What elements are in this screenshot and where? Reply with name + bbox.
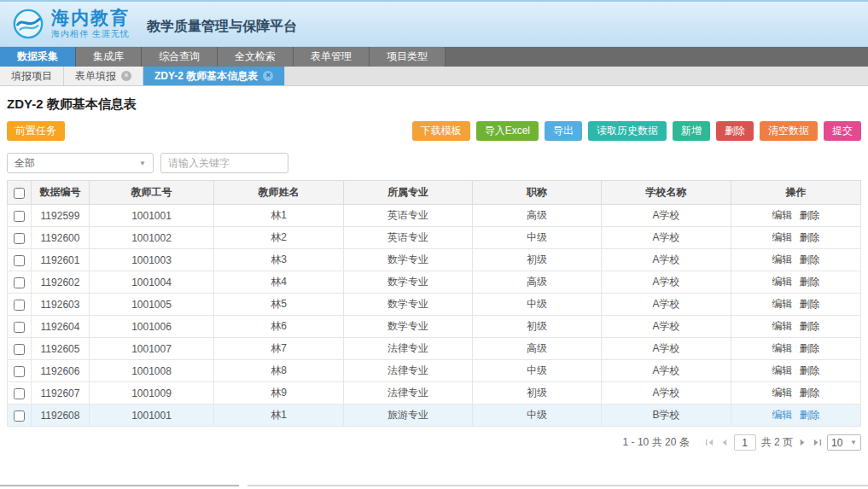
close-icon[interactable]: ×: [121, 71, 131, 81]
table-cell: 高级: [473, 271, 602, 294]
delete-link[interactable]: 删除: [800, 364, 820, 376]
pagination: 1 - 10 共 20 条 共 2 页 10 ▼: [7, 434, 861, 451]
brand-name: 海内教育: [51, 9, 130, 27]
row-checkbox-cell: [8, 316, 32, 338]
table-cell: 1192606: [32, 360, 90, 382]
page-number-input[interactable]: [734, 434, 756, 451]
delete-link[interactable]: 删除: [800, 409, 820, 421]
nav-item-project-type[interactable]: 项目类型: [370, 47, 446, 67]
table-cell: 数学专业: [344, 249, 473, 271]
delete-link[interactable]: 删除: [800, 209, 820, 221]
nav-item-form-management[interactable]: 表单管理: [294, 47, 370, 67]
brand-slogan: 海内相伴 生涯无忧: [51, 28, 130, 40]
read-history-button[interactable]: 读取历史数据: [588, 121, 667, 141]
table-cell: 法律专业: [344, 338, 473, 360]
row-checkbox[interactable]: [14, 366, 25, 377]
table-cell: 高级: [473, 338, 602, 360]
tab-fill-project[interactable]: 填报项目: [0, 67, 64, 85]
row-checkbox[interactable]: [14, 277, 25, 288]
delete-link[interactable]: 删除: [800, 253, 820, 265]
delete-link[interactable]: 删除: [800, 387, 820, 399]
category-select[interactable]: 全部 ▼: [7, 153, 154, 173]
nav-item-fulltext-search[interactable]: 全文检索: [218, 47, 294, 67]
table-cell: 林2: [214, 227, 344, 249]
nav-item-integration-library[interactable]: 集成库: [76, 47, 142, 67]
select-all-checkbox[interactable]: [14, 188, 25, 199]
row-checkbox[interactable]: [14, 410, 25, 422]
edit-link[interactable]: 编辑: [772, 320, 793, 332]
keyword-input[interactable]: [160, 153, 288, 173]
row-checkbox[interactable]: [14, 322, 25, 333]
next-page-icon[interactable]: [798, 438, 807, 447]
column-header: 所属专业: [344, 181, 473, 205]
table-cell: 1192603: [32, 294, 90, 316]
submit-button[interactable]: 提交: [824, 121, 861, 141]
table-cell: 旅游专业: [344, 405, 473, 427]
edit-link[interactable]: 编辑: [772, 387, 793, 399]
delete-button[interactable]: 删除: [716, 121, 754, 141]
table-cell: 高级: [473, 205, 602, 227]
table-cell: A学校: [602, 249, 731, 271]
download-template-button[interactable]: 下载模板: [412, 121, 470, 141]
import-excel-button[interactable]: 导入Excel: [476, 121, 539, 141]
edit-link[interactable]: 编辑: [772, 298, 793, 310]
delete-link[interactable]: 删除: [800, 342, 820, 354]
table-cell: 初级: [473, 382, 602, 405]
page-size-value: 10: [831, 437, 842, 449]
add-button[interactable]: 新增: [673, 121, 710, 141]
first-page-icon[interactable]: [705, 438, 714, 447]
table-cell: 1192599: [32, 205, 90, 227]
close-icon[interactable]: ×: [263, 71, 273, 81]
tab-zdy2-teacher-info[interactable]: ZDY-2 教师基本信息表×: [143, 67, 285, 85]
row-checkbox[interactable]: [14, 388, 25, 399]
chevron-down-icon: ▼: [850, 439, 857, 446]
select-all-header-cell: [8, 181, 32, 205]
last-page-icon[interactable]: [813, 438, 822, 447]
row-checkbox[interactable]: [14, 211, 25, 222]
delete-link[interactable]: 删除: [800, 298, 820, 310]
table-cell: 1192604: [32, 316, 90, 338]
page-size-select[interactable]: 10 ▼: [827, 434, 861, 451]
nav-item-comprehensive-query[interactable]: 综合查询: [142, 47, 218, 67]
table-cell: 林1: [214, 405, 344, 427]
table-cell: 中级: [473, 294, 602, 316]
edit-link[interactable]: 编辑: [772, 231, 793, 243]
edit-link[interactable]: 编辑: [772, 209, 793, 221]
row-actions: 编辑删除: [731, 316, 861, 338]
row-checkbox[interactable]: [14, 255, 25, 266]
table-cell: 1001001: [90, 405, 214, 427]
row-checkbox[interactable]: [14, 344, 25, 355]
row-checkbox[interactable]: [14, 233, 25, 244]
edit-link[interactable]: 编辑: [772, 342, 793, 354]
table-row: 11926081001001林1旅游专业中级B学校编辑删除: [8, 405, 861, 427]
delete-link[interactable]: 删除: [800, 276, 820, 288]
table-cell: 法律专业: [344, 382, 473, 405]
row-checkbox-cell: [8, 360, 32, 382]
tab-form-fill[interactable]: 表单填报×: [64, 67, 143, 85]
clear-data-button[interactable]: 清空数据: [760, 121, 818, 141]
table-cell: 法律专业: [344, 360, 473, 382]
delete-link[interactable]: 删除: [800, 231, 820, 243]
row-checkbox-cell: [8, 405, 32, 427]
row-checkbox[interactable]: [14, 300, 25, 311]
export-button[interactable]: 导出: [545, 121, 582, 141]
row-checkbox-cell: [8, 271, 32, 294]
edit-link[interactable]: 编辑: [772, 276, 793, 288]
edit-link[interactable]: 编辑: [772, 253, 793, 265]
column-header: 学校名称: [602, 181, 731, 205]
pre-task-button[interactable]: 前置任务: [7, 121, 65, 141]
table-cell: 林1: [214, 205, 344, 227]
column-header: 教师姓名: [214, 181, 344, 205]
nav-item-data-collection[interactable]: 数据采集: [0, 47, 76, 67]
prev-page-icon[interactable]: [719, 438, 729, 447]
table-cell: A学校: [602, 382, 731, 405]
row-actions: 编辑删除: [731, 249, 861, 271]
delete-link[interactable]: 删除: [800, 320, 820, 332]
row-actions: 编辑删除: [731, 271, 861, 294]
edit-link[interactable]: 编辑: [772, 364, 793, 376]
total-pages-label: 共 2 页: [761, 435, 793, 450]
edit-link[interactable]: 编辑: [772, 409, 793, 421]
brand-block: 海内教育 海内相伴 生涯无忧: [51, 9, 130, 40]
table-cell: 1001004: [90, 271, 214, 294]
column-header: 教师工号: [90, 181, 214, 205]
